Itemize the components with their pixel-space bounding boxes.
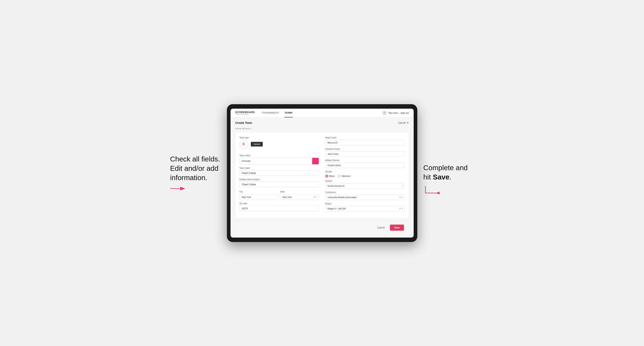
logo-circle: C [240, 140, 248, 149]
assistant-coach-input[interactable] [325, 151, 405, 157]
zip-input[interactable] [240, 205, 319, 211]
gender-radio-group: Mens Womens [325, 174, 405, 177]
right-column: Head Coach Assistant Coach [325, 137, 405, 214]
gender-mens-radio[interactable] [325, 174, 328, 177]
city-input[interactable] [240, 194, 278, 200]
city-sub-group: City [240, 189, 278, 200]
gender-womens-label[interactable]: Womens [338, 174, 350, 177]
form-footer: Cancel Save [236, 221, 409, 234]
assistant-coach-label: Assistant Coach [325, 148, 405, 150]
gender-womens-radio[interactable] [338, 174, 340, 177]
conference-label: Conference [325, 191, 405, 193]
team-name-group: Team name [240, 167, 319, 176]
athletic-director-group: Athletic Director [325, 159, 405, 168]
gender-label: Gender [325, 171, 405, 173]
zip-group: Zip code [240, 202, 319, 211]
gender-group: Gender Mens Womens [325, 171, 405, 177]
nav-right: T Test User | Sign out [382, 111, 409, 115]
annotation-right-line1: Complete and [424, 164, 468, 172]
user-name: Test User | [388, 112, 399, 114]
division-label: Division [325, 180, 405, 182]
form-container: Team logo C Upload [236, 133, 409, 218]
city-state-group: City State New York [240, 189, 319, 200]
display-name-input[interactable] [240, 181, 319, 187]
team-colour-input[interactable] [240, 159, 312, 164]
cancel-button[interactable]: Cancel [374, 225, 388, 231]
nav-teams[interactable]: TEAMS [284, 109, 293, 118]
form-columns: Team logo C Upload [240, 137, 405, 214]
region-select-wrapper: Region II - (M) DIII ✕ ▾ [325, 206, 405, 211]
nav-tournaments[interactable]: TOURNAMENTS [261, 109, 279, 118]
annotation-left-line3: information. [170, 173, 208, 181]
nav-links: TOURNAMENTS TEAMS [261, 109, 382, 118]
team-name-label: Team name [240, 167, 319, 169]
conference-chevron-icon: ▾ [402, 196, 403, 198]
conference-group: Conference University Athletic Associati… [325, 191, 405, 200]
annotation-left-line2: Edit and/or add [170, 164, 218, 172]
left-column: Team logo C Upload [240, 137, 319, 214]
team-logo-group: Team logo C Upload [240, 137, 319, 152]
team-colour-label: Team colour [240, 154, 319, 157]
close-icon: ✕ [406, 121, 409, 124]
right-arrow-icon [424, 185, 440, 195]
section-label: TEAM DETAILS [236, 128, 409, 130]
head-coach-group: Head Coach [325, 137, 405, 146]
region-chevron-icon: ▾ [402, 208, 403, 210]
region-select[interactable]: Region II - (M) DIII [326, 206, 399, 211]
logo-upload-area: C Upload [240, 140, 319, 149]
city-state-row: City State New York [240, 189, 319, 200]
head-coach-label: Head Coach [325, 137, 405, 139]
team-logo-label: Team logo [240, 137, 319, 139]
state-sub-group: State New York ✕ ▾ [280, 189, 319, 200]
left-annotation: Check all fields. Edit and/or add inform… [170, 154, 227, 191]
navbar: SCOREBOARD Powered by clippd TOURNAMENTS… [230, 109, 414, 118]
logo-sub: Powered by clippd [236, 114, 255, 115]
division-select[interactable]: NCAA Division III [326, 183, 404, 188]
left-arrow-icon [170, 185, 186, 192]
page-title-bar: Create Team Cancel ✕ [236, 121, 409, 124]
color-swatch[interactable] [312, 158, 319, 164]
division-wrapper: NCAA Division III ▾ [325, 183, 405, 189]
state-clear-icon[interactable]: ✕ [313, 196, 315, 198]
conference-clear-icon[interactable]: ✕ [399, 196, 401, 198]
team-colour-group: Team colour [240, 154, 319, 165]
tablet-device: SCOREBOARD Powered by clippd TOURNAMENTS… [227, 104, 417, 242]
region-label: Region [325, 202, 405, 205]
state-label: State [280, 191, 285, 193]
region-group: Region Region II - (M) DIII ✕ ▾ [325, 202, 405, 211]
annotation-right-bold: Save [433, 173, 449, 181]
color-input-row [240, 158, 319, 165]
annotation-left-line1: Check all fields. [170, 155, 220, 163]
logo-main: SCOREBOARD [236, 111, 255, 114]
state-select[interactable]: New York [280, 194, 313, 200]
team-name-input[interactable] [240, 170, 319, 176]
conference-select[interactable]: University Athletic Association [326, 195, 399, 200]
display-name-group: Display name (unique) [240, 178, 319, 187]
sign-out-link[interactable]: Sign out [400, 112, 408, 114]
display-name-label: Display name (unique) [240, 178, 319, 180]
conference-select-wrapper: University Athletic Association ✕ ▾ [325, 194, 405, 200]
athletic-director-label: Athletic Director [325, 159, 405, 162]
head-coach-input[interactable] [325, 140, 405, 146]
annotation-right-line2: hit [424, 173, 433, 181]
save-button[interactable]: Save [390, 225, 404, 231]
upload-button[interactable]: Upload [251, 142, 263, 147]
right-annotation: Complete and hit Save. [417, 151, 474, 195]
state-select-wrapper: New York ✕ ▾ [280, 194, 319, 200]
athletic-director-input[interactable] [325, 163, 405, 168]
assistant-coach-group: Assistant Coach [325, 148, 405, 157]
state-chevron-icon: ▾ [316, 196, 317, 198]
user-avatar: T [382, 111, 387, 115]
zip-label: Zip code [240, 202, 319, 204]
gender-mens-label[interactable]: Mens [325, 174, 335, 177]
region-clear-icon[interactable]: ✕ [399, 207, 401, 210]
division-group: Division NCAA Division III ▾ [325, 180, 405, 189]
page-title: Create Team [236, 121, 252, 124]
logo-area: SCOREBOARD Powered by clippd [236, 111, 255, 115]
cancel-x-button[interactable]: Cancel ✕ [398, 121, 408, 124]
city-label: City [240, 191, 243, 193]
